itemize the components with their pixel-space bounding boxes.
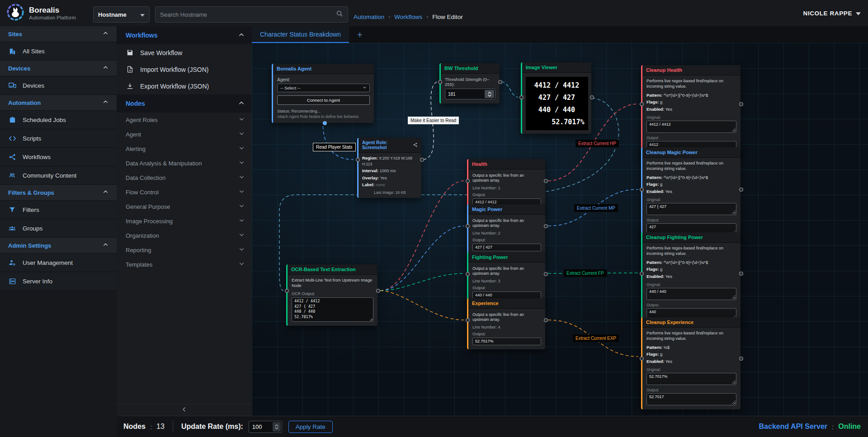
node-category-data-collection[interactable]: Data Collection [117,170,252,185]
input-port[interactable] [466,318,470,322]
tab-character-status-breakdown[interactable]: Character Status Breakdown [252,26,349,43]
flow-canvas[interactable]: Read Player Stats Make it Easier to Read… [252,43,868,416]
node-health[interactable]: Health Output a specific line from an up… [467,159,545,210]
output-textarea[interactable]: 52.7017 [646,393,736,405]
node-magic-power[interactable]: Magic Power Output a specific line from … [467,204,545,255]
sidebar-section-admin-settings[interactable]: Admin Settings [0,238,117,254]
share-icon[interactable] [413,142,418,148]
node-fighting-power[interactable]: Fighting Power Output a specific line fr… [467,252,545,303]
output-port[interactable] [544,179,548,183]
output-port[interactable] [498,80,502,84]
input-port[interactable] [640,188,644,192]
sidebar-item-server-info[interactable]: Server Info [0,272,117,291]
breadcrumb-automation[interactable]: Automation [354,14,384,20]
output-port[interactable] [544,318,548,322]
original-textarea[interactable]: 52.7017% [646,373,736,385]
user-menu[interactable]: NICOLE RAPPE [803,0,861,26]
sidebar-section-devices[interactable]: Devices [0,61,117,76]
export-workflow-button[interactable]: Export Workflow (JSON) [117,78,252,94]
nodes-panel-header[interactable]: Nodes [117,94,252,113]
original-textarea[interactable]: 427 { 427 [646,203,736,215]
output-port[interactable] [739,357,743,361]
input-port[interactable] [640,272,644,276]
sidebar-item-devices[interactable]: Devices [0,76,117,95]
search-input[interactable] [160,11,336,18]
output-field[interactable] [472,244,541,251]
sidebar-item-scripts[interactable]: Scripts [0,129,117,148]
threshold-input[interactable] [445,92,484,97]
sidebar-item-scheduled-jobs[interactable]: Scheduled Jobs [0,111,117,129]
output-port[interactable] [739,102,743,106]
sidebar-item-user-management[interactable]: User Management [0,254,117,272]
output-port[interactable] [376,289,380,293]
node-category-image-processing[interactable]: Image Processing [117,214,252,228]
sidebar-item-groups[interactable]: Groups [0,219,117,238]
user-name: NICOLE RAPPE [803,10,852,17]
input-port[interactable] [438,80,442,84]
category-label: Alerting [126,146,146,152]
node-image-viewer[interactable]: Image Viewer 4412 / 4412 427 / 427 440 /… [521,62,591,134]
node-cleanup-magic-power[interactable]: Cleanup Magic Power Performs live regex-… [641,147,741,240]
input-port[interactable] [466,272,470,276]
node-cleanup-experience[interactable]: Cleanup Experience Performs live regex-b… [641,317,741,409]
input-port[interactable] [519,95,524,99]
node-category-data-analysis[interactable]: Data Analysis & Manipulation [117,156,252,170]
node-category-alerting[interactable]: Alerting [117,141,252,156]
node-category-general-purpose[interactable]: General Purpose [117,199,252,214]
node-borealis-agent[interactable]: Borealis Agent Agent: -- Select -- Conne… [272,64,374,123]
input-port[interactable] [466,224,470,228]
sidebar-item-filters[interactable]: Filters [0,201,117,219]
enabled-label: Enabled: [646,274,664,279]
node-agent-role-screenshot[interactable]: Agent Role: Screenshot Region: X:200 Y:4… [357,138,421,198]
sidebar-item-workflows[interactable]: Workflows [0,148,117,166]
output-port[interactable] [420,158,424,162]
update-rate-input[interactable] [249,423,272,430]
add-tab-button[interactable]: + [349,26,371,43]
node-category-organization[interactable]: Organization [117,228,252,243]
sidebar-section-sites[interactable]: Sites [0,26,117,42]
input-port[interactable] [640,102,644,106]
sidebar-item-community-content[interactable]: Community Content [0,166,117,185]
ocr-output-textarea[interactable]: 4412 / 4412 427 { 427 440 / 440 52.7017% [292,297,373,322]
node-category-agent[interactable]: Agent [117,127,252,141]
save-workflow-button[interactable]: Save Workflow [117,44,252,61]
node-cleanup-health[interactable]: Cleanup Health Performs live regex-based… [641,65,741,157]
node-experience[interactable]: Experience Output a specific line from a… [467,298,545,349]
input-port[interactable] [285,289,289,293]
sidebar-section-filters-groups[interactable]: Filters & Groups [0,185,117,201]
node-bw-threshold[interactable]: BW Threshold Threshold Strength (0–255): [439,63,500,103]
original-textarea[interactable]: 440 / 440 [646,288,736,300]
breadcrumb-workflows[interactable]: Workflows [394,14,422,20]
sidebar-item-all-sites[interactable]: All Sites [0,42,117,61]
input-port[interactable] [466,179,470,183]
node-category-agent-roles[interactable]: Agent Roles [117,113,252,127]
number-spinner[interactable] [485,90,494,98]
node-category-reporting[interactable]: Reporting [117,243,252,257]
output-port[interactable] [544,224,548,228]
node-category-flow-control[interactable]: Flow Control [117,185,252,199]
sidebar-section-automation[interactable]: Automation [0,95,117,111]
input-port[interactable] [356,158,360,162]
agent-select[interactable]: -- Select -- [277,84,370,92]
original-textarea[interactable]: 4412 / 4412 [646,121,736,133]
chevron-left-icon [181,406,188,414]
output-label: Output: [472,238,541,242]
output-port[interactable] [739,272,743,276]
output-port[interactable] [544,272,548,276]
output-port[interactable] [590,95,594,99]
node-cleanup-fighting-power[interactable]: Cleanup Fighting Power Performs live reg… [641,232,741,324]
import-workflow-button[interactable]: Import Workflow (JSON) [117,61,252,78]
output-port[interactable] [323,121,327,125]
node-ocr-text-extraction[interactable]: OCR-Based Text Extraction Extract Multi-… [286,264,377,326]
connect-to-agent-button[interactable]: Connect to Agent [277,95,370,105]
hostname-dropdown[interactable]: Hostname [93,6,150,23]
output-field[interactable] [472,338,541,345]
output-port[interactable] [739,188,743,192]
number-spinner[interactable] [273,422,281,432]
input-port[interactable] [640,357,644,361]
apply-rate-button[interactable]: Apply Rate [288,421,333,433]
workflows-panel-header[interactable]: Workflows [117,26,252,44]
collapse-panel-button[interactable] [117,404,252,416]
category-label: Flow Control [126,189,159,196]
node-category-templates[interactable]: Templates [117,257,252,272]
